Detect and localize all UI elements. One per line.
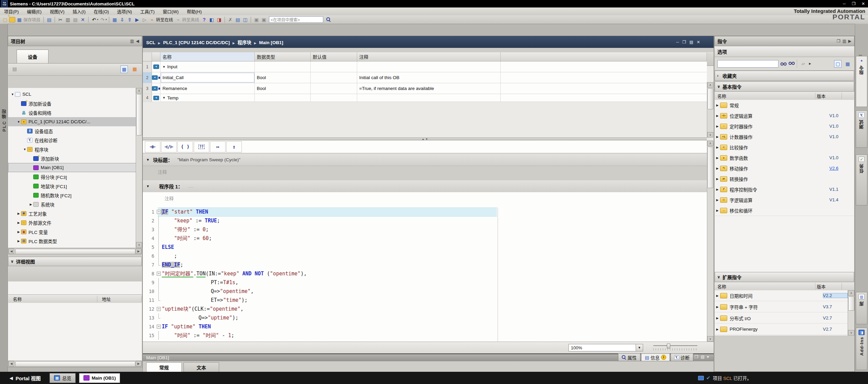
minimize-icon[interactable]: ─ xyxy=(840,1,849,6)
portal-view-button[interactable]: ◀ Portal 视图 xyxy=(9,374,41,382)
go-offline-icon[interactable]: ⌁ xyxy=(175,16,181,23)
empty-box-icon[interactable]: ?? xyxy=(194,141,209,152)
expand-icon[interactable]: ▶ xyxy=(28,203,33,206)
instruction-item[interactable]: ▶常规 xyxy=(715,100,854,111)
accessible-devices-icon[interactable]: ? xyxy=(201,16,208,23)
split-editor-horizontal-icon[interactable]: ▤ xyxy=(234,16,241,23)
expand-icon[interactable]: ▶ xyxy=(715,209,720,212)
tree-item[interactable]: Y.在线和诊断 xyxy=(8,135,136,145)
scroll-right-icon[interactable]: ▶ xyxy=(136,249,141,254)
code-vscrollbar[interactable]: ∧ ∨ xyxy=(707,141,713,342)
variable-row[interactable]: 3◂RemanenceBool=True, if remanent data a… xyxy=(143,83,707,94)
subtab-常规[interactable]: 常规 xyxy=(146,362,182,372)
close-branch-icon[interactable]: ↥ xyxy=(226,141,242,152)
breadcrumb-item[interactable]: 程序块 xyxy=(237,40,251,45)
menu-item[interactable]: 项目(P) xyxy=(0,8,23,15)
breadcrumb-item[interactable]: SCL xyxy=(146,40,155,45)
strip-tab-库[interactable]: ▥库 xyxy=(856,292,867,324)
maximize-icon[interactable]: ❐ xyxy=(849,1,859,6)
scroll-up-icon[interactable]: ∧ xyxy=(707,141,713,146)
close-icon[interactable]: ✕ xyxy=(859,1,868,6)
inspector-tab-诊断[interactable]: Y.诊断 xyxy=(671,353,693,361)
column-header[interactable]: 版本 xyxy=(815,283,842,290)
tree-item[interactable]: 添加新块 xyxy=(8,154,136,163)
inspector-tab-属性[interactable]: 属性 xyxy=(618,353,640,361)
expand-icon[interactable]: ▶ xyxy=(715,167,720,170)
tree-item[interactable]: 地鼠块 [FC1] xyxy=(8,181,136,190)
code-line[interactable]: 13 Q=>"uptime"); xyxy=(143,313,707,322)
variable-row[interactable]: 4◂▼Temp xyxy=(143,94,707,102)
code-line[interactable]: 11 ET=>"time"); xyxy=(143,296,707,305)
column-header[interactable]: 名称 xyxy=(715,93,815,99)
go-online-icon[interactable]: ⌁ xyxy=(149,16,155,23)
compile-icon[interactable]: ▦ xyxy=(111,16,118,23)
inspector-corner-icon[interactable]: ▾ xyxy=(707,354,709,359)
tree-item[interactable]: ▶系统块 xyxy=(8,200,136,209)
strip-tab-任务[interactable]: ✓任务 xyxy=(856,154,867,205)
block-title-value[interactable]: "Main Program Sweep (Cycle)" xyxy=(177,157,240,162)
tree-filter-icon[interactable]: ▤ xyxy=(11,66,18,72)
search-input[interactable] xyxy=(269,16,323,23)
tree-item[interactable]: ▼SCL xyxy=(8,90,136,99)
tree-item[interactable]: ▼▪PLC_1 [CPU 1214C DC/DC/... xyxy=(8,117,136,126)
strip-tab-指令[interactable]: ✦指令 xyxy=(856,56,867,107)
code-line[interactable]: 1IF "start" THEN xyxy=(143,207,707,216)
profile-icon[interactable]: ▱ xyxy=(800,60,807,67)
float-view-icon[interactable]: ▢ xyxy=(834,60,842,68)
menu-item[interactable]: 窗口(W) xyxy=(159,8,183,15)
code-line[interactable]: 3 "得分" := 0; xyxy=(143,225,707,234)
expand-icon[interactable]: ▶ xyxy=(16,221,21,224)
block-comment-placeholder[interactable]: 注释 xyxy=(158,168,167,175)
zoom-slider-thumb[interactable] xyxy=(667,344,670,348)
chevron-down-icon[interactable]: ▼ xyxy=(636,344,643,351)
go-online-label[interactable]: 转至在线 xyxy=(156,16,173,23)
split-editor-vertical-icon[interactable]: ◫ xyxy=(242,16,249,23)
strip-tab-Add-Ins[interactable]: ◨Add-Ins xyxy=(856,328,867,370)
save-project-icon[interactable]: ▦ xyxy=(16,16,23,23)
var-comment-cell[interactable] xyxy=(357,61,501,72)
window-menu-icon[interactable]: ▤ xyxy=(690,40,693,44)
scroll-up-icon[interactable]: ∧ xyxy=(136,88,142,93)
var-comment-cell[interactable] xyxy=(357,94,501,102)
open-branch-icon[interactable]: ↦ xyxy=(210,141,226,152)
var-default-cell[interactable] xyxy=(311,94,357,102)
breadcrumb-item[interactable]: Main [OB1] xyxy=(259,40,283,45)
menu-item[interactable]: 编辑(E) xyxy=(23,8,45,15)
detail-column-header[interactable]: 地址 xyxy=(97,296,142,302)
menu-item[interactable]: 帮助(H) xyxy=(183,8,206,15)
code-line[interactable]: 14IF "uptime" THEN xyxy=(143,322,707,331)
editor-taskbar-button[interactable]: Main (OB1) xyxy=(79,373,120,383)
scroll-down-icon[interactable]: ∨ xyxy=(707,336,713,342)
expand-icon[interactable]: ▶ xyxy=(715,316,720,320)
download-to-device-icon[interactable]: ⇩ xyxy=(119,16,126,23)
instruction-item[interactable]: ▶分布式 I/OV2.7 xyxy=(715,313,848,324)
inspector-corner-icon[interactable]: ▤ xyxy=(701,354,705,359)
project-tree-hscrollbar[interactable]: ◀ ▶ xyxy=(8,248,142,254)
column-header[interactable]: 名称 xyxy=(160,52,255,61)
code-line[interactable]: 4 "时间" := 60; xyxy=(143,234,707,243)
var-type-cell[interactable] xyxy=(255,94,311,102)
list-view-icon[interactable]: ▦ xyxy=(120,66,128,73)
collapse-icon[interactable]: ▼ xyxy=(162,96,166,99)
panel-collapse-icon[interactable]: ◀ xyxy=(136,39,139,43)
redo-icon[interactable]: ↷ xyxy=(99,16,106,23)
scroll-right-icon[interactable]: ▶ xyxy=(136,361,141,366)
var-default-cell[interactable] xyxy=(311,72,357,83)
expand-icon[interactable]: ▶ xyxy=(715,104,720,107)
network-comment-hint[interactable]: ..... xyxy=(188,184,193,188)
code-line[interactable]: 12"uptime块"(CLK:="opentime", xyxy=(143,305,707,313)
minimize-icon[interactable]: ─ xyxy=(676,40,679,44)
var-name-cell[interactable]: ▼Temp xyxy=(160,94,255,102)
code-line[interactable]: 7END_IF; xyxy=(143,260,707,269)
tree-item[interactable]: 得分块 [FC3] xyxy=(8,172,136,181)
code-line[interactable]: 9 PT:=T#1s, xyxy=(143,278,707,287)
panel-header-icon[interactable]: ❐ xyxy=(837,39,841,43)
expand-icon[interactable]: ▶ xyxy=(715,156,720,160)
panel-float-icon[interactable]: ▥ xyxy=(130,39,134,43)
menu-item[interactable]: 选项(N) xyxy=(113,8,136,15)
instruction-version[interactable]: V2.6 xyxy=(829,166,854,171)
panel-header-icon[interactable]: ▶ xyxy=(848,39,851,43)
instruction-item[interactable]: ▶◔定时器操作V1.0 xyxy=(715,121,854,132)
nc-contact-icon[interactable]: ⊣/⊢ xyxy=(161,141,177,152)
menu-item[interactable]: 在线(O) xyxy=(90,8,113,15)
